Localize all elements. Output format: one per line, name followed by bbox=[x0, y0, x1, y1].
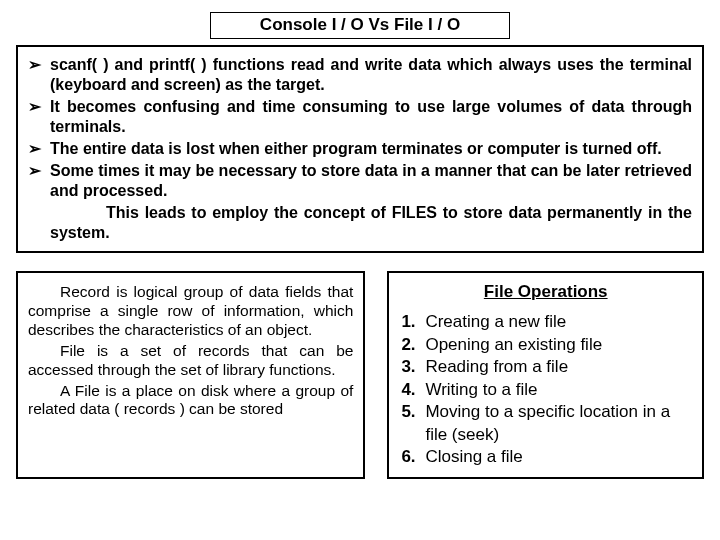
bullet-text: The entire data is lost when either prog… bbox=[50, 139, 692, 159]
list-label: Moving to a specific location in a file … bbox=[425, 401, 690, 446]
list-number: 3. bbox=[401, 356, 425, 378]
list-label: Creating a new file bbox=[425, 311, 690, 333]
page-title: Console I / O Vs File I / O bbox=[210, 12, 510, 39]
record-definition: Record is logical group of data fields t… bbox=[28, 283, 353, 340]
bullet-item: ➢ It becomes confusing and time consumin… bbox=[28, 97, 692, 137]
list-number: 2. bbox=[401, 334, 425, 356]
bullet-tail: This leads to employ the concept of FILE… bbox=[50, 203, 692, 243]
list-item: 6. Closing a file bbox=[401, 446, 690, 468]
triangle-bullet-icon: ➢ bbox=[28, 139, 50, 159]
list-item: 4. Writing to a file bbox=[401, 379, 690, 401]
list-item: 5. Moving to a specific location in a fi… bbox=[401, 401, 690, 446]
list-number: 1. bbox=[401, 311, 425, 333]
file-definition-2: A File is a place on disk where a group … bbox=[28, 382, 353, 420]
triangle-bullet-icon: ➢ bbox=[28, 97, 50, 137]
list-label: Opening an existing file bbox=[425, 334, 690, 356]
bullet-text: It becomes confusing and time consuming … bbox=[50, 97, 692, 137]
bullet-text: Some times it may be necessary to store … bbox=[50, 161, 692, 201]
list-label: Closing a file bbox=[425, 446, 690, 468]
bullet-tail-text: This leads to employ the concept of FILE… bbox=[50, 203, 692, 243]
list-label: Writing to a file bbox=[425, 379, 690, 401]
list-item: 1. Creating a new file bbox=[401, 311, 690, 333]
bullet-text: scanf( ) and printf( ) functions read an… bbox=[50, 55, 692, 95]
triangle-bullet-icon: ➢ bbox=[28, 161, 50, 201]
main-bullets-box: ➢ scanf( ) and printf( ) functions read … bbox=[16, 45, 704, 253]
list-number: 5. bbox=[401, 401, 425, 446]
lower-row: Record is logical group of data fields t… bbox=[16, 271, 704, 479]
file-operations-heading: File Operations bbox=[401, 281, 690, 303]
bullet-item: ➢ scanf( ) and printf( ) functions read … bbox=[28, 55, 692, 95]
list-number: 6. bbox=[401, 446, 425, 468]
bullet-item: ➢ The entire data is lost when either pr… bbox=[28, 139, 692, 159]
triangle-bullet-icon: ➢ bbox=[28, 55, 50, 95]
list-item: 2. Opening an existing file bbox=[401, 334, 690, 356]
definitions-box: Record is logical group of data fields t… bbox=[16, 271, 365, 479]
file-definition-1: File is a set of records that can be acc… bbox=[28, 342, 353, 380]
list-label: Reading from a file bbox=[425, 356, 690, 378]
bullet-item: ➢ Some times it may be necessary to stor… bbox=[28, 161, 692, 201]
file-operations-box: File Operations 1. Creating a new file 2… bbox=[387, 271, 704, 479]
list-item: 3. Reading from a file bbox=[401, 356, 690, 378]
list-number: 4. bbox=[401, 379, 425, 401]
